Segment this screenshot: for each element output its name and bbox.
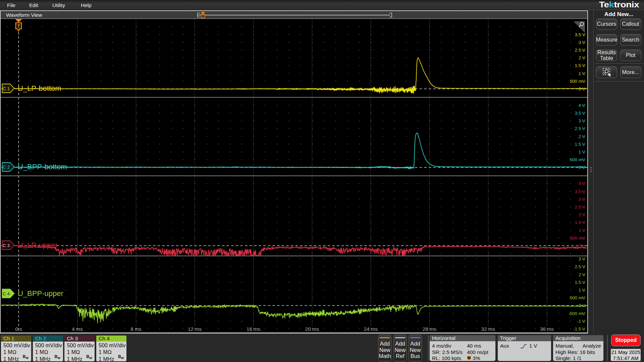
svg-text:0 V: 0 V [579,86,585,92]
svg-text:2 V: 2 V [579,272,585,277]
svg-text:3.5 V: 3.5 V [575,111,585,116]
svg-text:T: T [17,23,20,29]
svg-text:0 V: 0 V [579,303,585,308]
svg-text:C 2: C 2 [3,165,10,170]
svg-text:U_LP-upper: U_LP-upper [18,241,58,249]
svg-text:C 1: C 1 [3,86,10,91]
svg-text:2 V: 2 V [579,55,585,60]
svg-text:-1 V: -1 V [577,319,585,324]
svg-text:T: T [202,14,204,18]
svg-text:1 V: 1 V [579,228,585,233]
svg-text:-1.5 V: -1.5 V [573,326,585,331]
svg-text:2 V: 2 V [579,134,585,139]
svg-text:3 V: 3 V [579,118,585,123]
svg-text:1.5 V: 1.5 V [575,142,585,147]
svg-text:2.5 V: 2.5 V [575,204,585,209]
svg-text:1.5 V: 1.5 V [575,280,585,285]
svg-text:3.5 V: 3.5 V [575,189,585,194]
svg-text:1.5 V: 1.5 V [575,63,585,68]
svg-text:500 mV: 500 mV [570,295,585,300]
svg-text:1 V: 1 V [579,71,585,76]
svg-text:1.5 V: 1.5 V [575,220,585,225]
svg-text:4 V: 4 V [579,181,585,186]
svg-text:0 V: 0 V [579,165,585,170]
svg-text:T: T [468,356,470,359]
svg-text:8 ms: 8 ms [130,326,142,332]
svg-text:U_BPP-bottom: U_BPP-bottom [18,163,67,171]
svg-text:3 V: 3 V [579,40,585,45]
svg-text:12 ms: 12 ms [188,326,202,332]
svg-text:2 V: 2 V [579,212,585,217]
svg-text:U_BPP-upper: U_BPP-upper [18,289,63,298]
svg-text:0 V: 0 V [579,243,585,248]
svg-text:C 4: C 4 [3,291,10,296]
svg-text:2.5 V: 2.5 V [575,126,585,131]
svg-text:0 s: 0 s [15,326,22,332]
svg-text:24 ms: 24 ms [364,326,378,332]
svg-text:20 ms: 20 ms [305,326,319,332]
svg-text:16 ms: 16 ms [247,326,260,332]
svg-text:4 ms: 4 ms [72,326,83,332]
svg-text:36 ms: 36 ms [540,326,554,332]
svg-text:3.5 V: 3.5 V [575,32,585,37]
svg-text:2.5 V: 2.5 V [575,48,585,53]
svg-text:4 V: 4 V [579,103,585,108]
svg-text:C 3: C 3 [3,243,10,248]
svg-text:3 V: 3 V [579,256,585,261]
svg-text:28 ms: 28 ms [423,326,436,332]
svg-text:2.5 V: 2.5 V [575,264,585,269]
svg-text:3 V: 3 V [579,197,585,202]
svg-text:32 ms: 32 ms [481,326,495,332]
svg-text:1 V: 1 V [579,149,585,155]
svg-text:500 mV: 500 mV [570,79,585,84]
svg-text:1 V: 1 V [579,288,585,293]
svg-text:U_LP-bottom: U_LP-bottom [18,84,61,93]
svg-text:500 mV: 500 mV [570,236,585,241]
svg-text:500 mV: 500 mV [570,157,585,162]
svg-text:-500 mV: -500 mV [568,311,585,316]
